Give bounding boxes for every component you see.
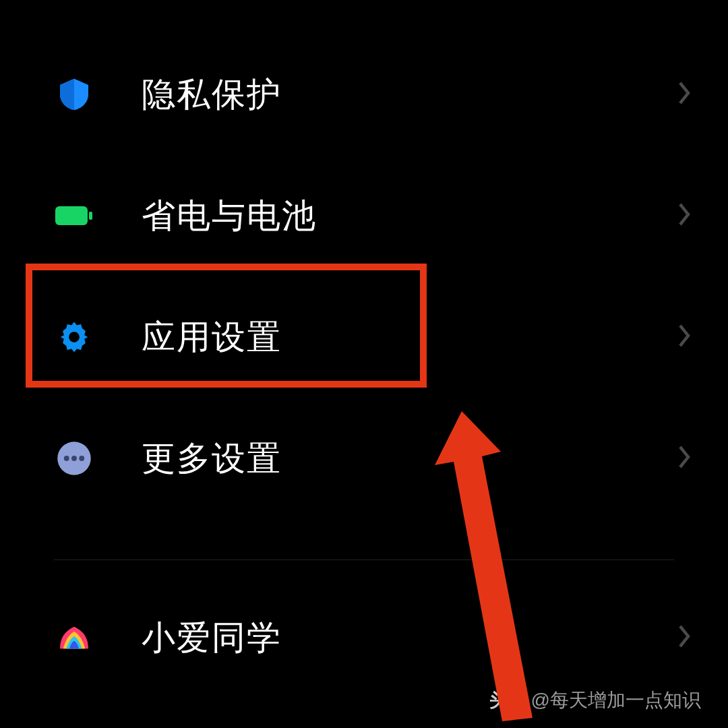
watermark: 头条 @每天增加一点知识 — [489, 688, 701, 713]
chevron-right-icon — [677, 81, 691, 108]
chevron-right-icon — [677, 445, 691, 472]
svg-point-6 — [79, 456, 84, 461]
chevron-right-icon — [677, 324, 691, 351]
setting-label-xiaoai: 小爱同学 — [142, 615, 282, 661]
section-divider — [54, 559, 674, 560]
setting-item-app-settings[interactable]: 应用设置 — [0, 276, 728, 398]
chevron-right-icon — [677, 624, 691, 651]
watermark-prefix: 头条 — [489, 688, 527, 713]
watermark-handle: @每天增加一点知识 — [531, 688, 701, 713]
svg-rect-1 — [89, 212, 92, 220]
gear-icon — [54, 317, 94, 357]
svg-point-5 — [71, 456, 77, 461]
setting-item-more-settings[interactable]: 更多设置 — [0, 398, 728, 519]
svg-rect-0 — [55, 206, 88, 225]
svg-point-4 — [64, 456, 69, 461]
setting-label-app-settings: 应用设置 — [142, 315, 282, 360]
setting-label-battery: 省电与电池 — [142, 193, 317, 239]
settings-list: 隐私保护 省电与电池 应用设置 — [0, 0, 728, 688]
chevron-right-icon — [677, 202, 691, 229]
setting-label-privacy: 隐私保护 — [142, 72, 282, 117]
battery-icon — [54, 195, 94, 236]
more-icon — [54, 438, 94, 479]
setting-item-privacy[interactable]: 隐私保护 — [0, 34, 728, 155]
shield-icon — [54, 74, 94, 115]
setting-item-battery[interactable]: 省电与电池 — [0, 155, 728, 276]
svg-point-2 — [69, 332, 80, 342]
xiaoai-icon — [54, 617, 94, 658]
setting-label-more-settings: 更多设置 — [142, 436, 282, 481]
setting-item-xiaoai[interactable]: 小爱同学 — [0, 587, 728, 688]
